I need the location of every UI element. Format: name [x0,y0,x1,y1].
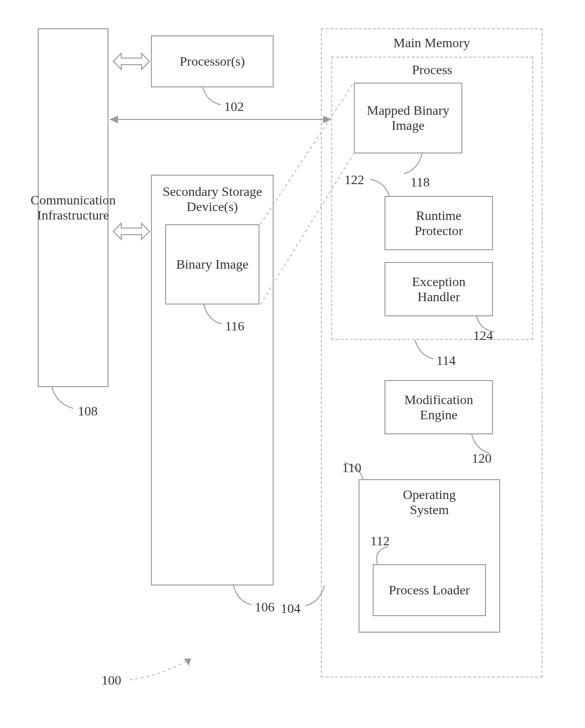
arrow-comm-storage [113,223,150,239]
operating-system-label: Operating System [403,487,456,517]
svg-marker-1 [109,116,118,123]
ref-100: 100 [101,673,121,687]
processor-label: Processor(s) [180,54,245,69]
svg-marker-5 [184,659,191,666]
process-label: Process [331,62,533,77]
processor-box: Processor(s) [151,35,274,87]
ref-102: 102 [224,99,244,114]
ref-108: 108 [78,404,98,418]
runtime-protector-label: Runtime Protector [415,208,463,238]
arrow-comm-process [109,116,332,123]
process-loader-label: Process Loader [389,583,470,598]
arrow-comm-processor [113,53,150,69]
binary-image-box: Binary Image [165,224,259,305]
binary-image-label: Binary Image [176,257,248,272]
runtime-protector-box: Runtime Protector [384,196,493,250]
process-loader-box: Process Loader [373,564,486,616]
mapped-binary-box: Mapped Binary Image [354,83,462,153]
main-memory-label: Main Memory [321,35,543,51]
comm-infrastructure-label: Communication Infrastructure [31,193,116,223]
ref-106: 106 [255,600,275,614]
modification-engine-box: Modification Engine [384,380,493,434]
mapped-binary-label: Mapped Binary Image [367,103,450,133]
secondary-storage-label: Secondary Storage Device(s) [163,184,262,214]
ref-104: 104 [281,601,301,616]
exception-handler-label: Exception Handler [412,274,466,305]
modification-engine-label: Modification Engine [404,392,473,423]
comm-infrastructure-box: Communication Infrastructure [38,28,109,387]
exception-handler-box: Exception Handler [384,262,493,316]
